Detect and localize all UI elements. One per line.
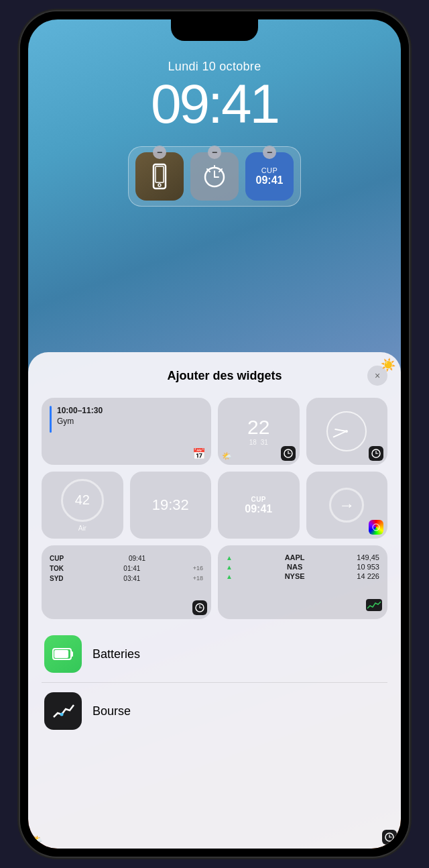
phone-screen: Lundi 10 octobre 09:41 −	[28, 19, 401, 849]
app-list: Batteries Bourse	[42, 626, 387, 739]
calendar-text: 10:00–11:30 Gym	[57, 406, 103, 426]
app-item-stocks[interactable]: Bourse	[42, 683, 387, 739]
day-sub2: 31	[261, 439, 268, 446]
world-clock-row-1: CUP 09:41 TOK 01:41 +16 SYD	[50, 553, 203, 584]
aapl-name: AAPL	[285, 553, 305, 561]
day-sub: 18 31	[249, 439, 268, 446]
app-item-batteries[interactable]: Batteries	[42, 626, 387, 683]
widget-cup-2[interactable]: CUP 09:41	[218, 472, 300, 539]
svg-rect-25	[54, 650, 68, 658]
wc-tok-row: TOK 01:41 +16	[50, 563, 203, 574]
arrow-circle: →	[329, 488, 364, 523]
minute-hand	[333, 431, 347, 437]
analog-clock	[326, 411, 367, 451]
cup2-time: 09:41	[245, 503, 272, 515]
wc-cup-city: CUP	[50, 553, 71, 563]
battery-icon-svg	[52, 647, 74, 661]
svg-rect-24	[71, 651, 73, 657]
air-content: 42	[75, 492, 90, 508]
nas-val: 10 953	[357, 563, 379, 571]
calendar-event-place: Gym	[57, 417, 103, 426]
widgets-bar: − −	[28, 146, 401, 207]
widget-alarm[interactable]: −	[190, 152, 239, 201]
calendar-event-time: 10:00–11:30	[57, 406, 103, 415]
clock-corner-badge-2	[369, 446, 383, 461]
widget-alarm-2[interactable]	[306, 398, 388, 465]
widget-bar-container: − −	[128, 146, 301, 207]
stocks-icon-svg	[51, 701, 75, 721]
stocks-chart-badge	[366, 599, 382, 614]
widgets-row-1: 10:00–11:30 Gym 📅 22 18 31	[42, 398, 387, 465]
mini-clock-wc	[195, 603, 204, 612]
mini-clock-icon-3	[385, 832, 394, 842]
time-widget-display: 19:32	[152, 496, 189, 514]
widget-arrow[interactable]: →	[306, 472, 388, 539]
date-label: Lundi 10 octobre	[28, 60, 401, 74]
wc-cup-time: 09:41	[129, 553, 145, 563]
colorful-badge	[369, 520, 383, 535]
air-circle: 42	[61, 479, 104, 522]
widget-time[interactable]: 19:32 🌤️ ☀️	[130, 472, 212, 539]
calendar-event-line	[50, 406, 52, 433]
wc-syd-time: 03:41	[123, 574, 140, 584]
nyse-name: NYSE	[285, 572, 305, 580]
svg-point-2	[158, 184, 161, 186]
widget-phone[interactable]: −	[135, 152, 184, 201]
minus-badge-phone[interactable]: −	[153, 146, 166, 159]
sun-icon: ☀️	[381, 358, 395, 372]
mini-clock-icon-2	[371, 449, 381, 458]
calendar-badge-emoji: 📅	[192, 447, 206, 460]
widget-calendar[interactable]: 10:00–11:30 Gym 📅	[42, 398, 211, 465]
time-label: 09:41	[28, 76, 401, 131]
nas-arrow: ▲	[226, 563, 233, 571]
bottom-sheet: Ajouter des widgets × 10:00–11:30 Gym	[28, 352, 401, 849]
wc-syd-city: SYD	[50, 574, 71, 584]
day-sub1: 18	[249, 439, 257, 446]
widget-world-clock[interactable]: CUP 09:41 TOK 01:41 +16 SYD	[42, 545, 211, 619]
cup-label: CUP	[256, 166, 284, 174]
cup-time-lock: 09:41	[256, 174, 284, 186]
wc-syd-diff: +18	[193, 574, 203, 584]
wc-tok-time: 01:41	[123, 563, 140, 574]
wc-clock-badge	[192, 600, 207, 615]
wc-cup-row: CUP 09:41	[50, 553, 203, 563]
clock-corner-badge	[281, 446, 296, 461]
widget-stocks[interactable]: ▲ AAPL 149,45 ▲ NAS 10 953 ▲	[218, 545, 387, 619]
minus-badge-alarm[interactable]: −	[208, 146, 221, 159]
iphone-icon	[145, 162, 174, 191]
clock-corner-badge-3	[382, 830, 397, 845]
svg-point-26	[60, 713, 64, 716]
sun-icon-container: ☀️	[381, 358, 395, 372]
sheet-title: Ajouter des widgets	[82, 369, 367, 383]
air-number: 42	[75, 492, 90, 508]
widget-day-number[interactable]: 22 18 31 🌤️	[218, 398, 300, 465]
widget-cup[interactable]: − CUP 09:41	[245, 152, 294, 201]
widgets-row-3: CUP 09:41 TOK 01:41 +16 SYD	[42, 545, 387, 619]
nyse-arrow: ▲	[226, 573, 233, 580]
arrow-icon: →	[339, 496, 355, 514]
svg-point-18	[373, 524, 379, 531]
sheet-header: Ajouter des widgets ×	[42, 366, 387, 386]
stocks-content: ▲ AAPL 149,45 ▲ NAS 10 953 ▲	[226, 553, 379, 580]
wc-syd-row: SYD 03:41 +18	[50, 574, 203, 584]
minus-badge-cup[interactable]: −	[263, 146, 276, 159]
weather-emoji-1: 🌤️	[222, 451, 232, 461]
notch	[171, 19, 258, 41]
air-label: Air	[78, 525, 86, 532]
cup2-content: CUP 09:41	[245, 496, 272, 515]
weather-emoji-3: 🌤️	[32, 835, 42, 845]
stocks-app-icon	[44, 692, 82, 730]
cup-widget-text: CUP 09:41	[256, 166, 284, 186]
batteries-app-name: Batteries	[93, 647, 140, 661]
calendar-content: 10:00–11:30 Gym	[50, 406, 203, 457]
cup2-label: CUP	[245, 496, 272, 503]
wc-tok-diff: +16	[193, 564, 203, 574]
day-number: 22	[247, 417, 269, 437]
widget-air[interactable]: 42 Air 🌤️	[42, 472, 123, 539]
widgets-row-2: 42 Air 🌤️ 19:32 🌤️ ☀️	[42, 472, 387, 539]
wc-tok-city: TOK	[50, 563, 71, 574]
batteries-app-icon	[44, 635, 82, 673]
aapl-arrow: ▲	[226, 554, 233, 561]
lock-screen: Lundi 10 octobre 09:41 −	[28, 19, 401, 849]
aapl-val: 149,45	[357, 553, 379, 561]
